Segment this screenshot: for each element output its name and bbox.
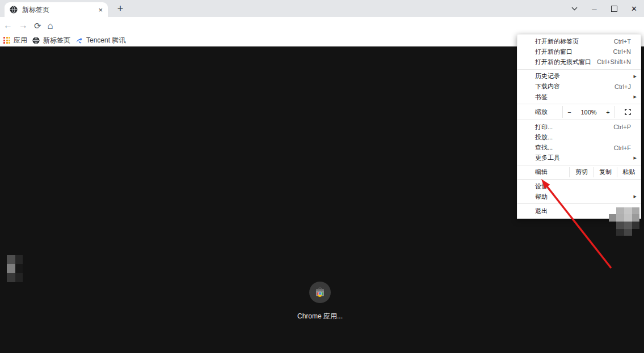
menu-item-label: 投放... bbox=[535, 133, 553, 142]
menu-item-label: 打开新的标签页 bbox=[535, 37, 579, 46]
cut-button[interactable]: 剪切 bbox=[569, 167, 594, 177]
menu-item-settings[interactable]: 设置 bbox=[517, 181, 641, 192]
menu-group: 打开新的标签页 Ctrl+T 打开新的窗口 Ctrl+N 打开新的无痕式窗口 C… bbox=[517, 35, 641, 69]
bookmark-apps-label: 应用 bbox=[14, 36, 27, 45]
chrome-apps-shortcut[interactable]: Chrome 应用... bbox=[286, 282, 354, 321]
home-icon[interactable]: ⌂ bbox=[48, 21, 53, 31]
menu-group: 打印... Ctrl+P 投放... 查找... Ctrl+F 更多工具 ▶ bbox=[517, 120, 641, 165]
zoom-level-value: 100% bbox=[580, 109, 596, 116]
menu-item-new-incognito-window[interactable]: 打开新的无痕式窗口 Ctrl+Shift+N bbox=[517, 57, 641, 67]
menu-item-label: 更多工具 bbox=[535, 154, 560, 162]
bookmark-newtab-label: 新标签页 bbox=[43, 36, 70, 45]
menu-item-shortcut: Ctrl+N bbox=[613, 48, 631, 55]
maximize-icon bbox=[611, 6, 617, 12]
tab-new-tab[interactable]: 新标签页 × bbox=[5, 2, 108, 17]
menu-item-label: 打开新的窗口 bbox=[535, 48, 573, 56]
menu-item-help[interactable]: 帮助 ▶ bbox=[517, 192, 641, 202]
menu-item-label: 书签 bbox=[535, 93, 548, 101]
paste-button[interactable]: 粘贴 bbox=[617, 167, 641, 177]
bookmark-apps[interactable]: 应用 bbox=[3, 36, 27, 45]
chrome-menu: 打开新的标签页 Ctrl+T 打开新的窗口 Ctrl+N 打开新的无痕式窗口 C… bbox=[517, 34, 641, 219]
tab-search-chevron-icon[interactable] bbox=[565, 0, 584, 17]
webstore-circle bbox=[309, 282, 331, 303]
nav-buttons: ← → ⟳ ⌂ bbox=[3, 17, 53, 34]
copy-button[interactable]: 复制 bbox=[594, 167, 617, 177]
chrome-apps-label: Chrome 应用... bbox=[286, 312, 354, 321]
zoom-in-button[interactable]: + bbox=[606, 109, 609, 116]
new-tab-favicon-icon bbox=[10, 6, 18, 14]
tab-close-icon[interactable]: × bbox=[98, 6, 103, 14]
menu-item-more-tools[interactable]: 更多工具 ▶ bbox=[517, 153, 641, 163]
window-controls: – ✕ bbox=[565, 0, 644, 17]
menu-item-shortcut: Ctrl+Shift+N bbox=[597, 58, 631, 65]
menu-item-shortcut: Ctrl+F bbox=[614, 144, 631, 151]
menu-item-label: 退出 bbox=[535, 207, 548, 215]
menu-group-edit: 编辑 剪切 复制 粘贴 bbox=[517, 165, 641, 179]
menu-group-zoom: 缩放 − 100% + bbox=[517, 104, 641, 120]
zoom-label: 缩放 bbox=[535, 106, 562, 118]
menu-item-label: 历史记录 bbox=[535, 72, 560, 80]
apps-grid-icon bbox=[3, 37, 10, 44]
submenu-arrow-icon: ▶ bbox=[634, 74, 637, 79]
menu-group: 历史记录 ▶ 下载内容 Ctrl+J 书签 ▶ bbox=[517, 69, 641, 104]
menu-item-find[interactable]: 查找... Ctrl+F bbox=[517, 143, 641, 153]
tab-strip: 新标签页 × + – ✕ bbox=[0, 0, 644, 17]
menu-item-label: 帮助 bbox=[535, 193, 548, 201]
fullscreen-icon bbox=[625, 109, 631, 115]
menu-item-zoom: 缩放 − 100% + bbox=[517, 106, 641, 118]
menu-item-new-window[interactable]: 打开新的窗口 Ctrl+N bbox=[517, 46, 641, 57]
window-close-button[interactable]: ✕ bbox=[624, 0, 644, 17]
bookmark-tencent[interactable]: Tencent 腾讯 bbox=[75, 36, 125, 45]
menu-item-label: 设置 bbox=[535, 182, 548, 191]
bookmark-tencent-label: Tencent 腾讯 bbox=[86, 36, 125, 45]
menu-item-label: 查找... bbox=[535, 143, 553, 152]
menu-item-edit: 编辑 剪切 复制 粘贴 bbox=[517, 167, 641, 177]
fullscreen-button[interactable] bbox=[615, 106, 641, 118]
menu-item-downloads[interactable]: 下载内容 Ctrl+J bbox=[517, 82, 641, 92]
submenu-arrow-icon: ▶ bbox=[634, 156, 637, 160]
tab-title: 新标签页 bbox=[22, 5, 94, 15]
submenu-arrow-icon: ▶ bbox=[634, 95, 637, 99]
censored-region-left bbox=[7, 255, 23, 282]
toolbar: ← → ⟳ ⌂ ★ bbox=[0, 17, 644, 34]
webstore-bag-icon bbox=[314, 287, 326, 298]
forward-icon[interactable]: → bbox=[19, 21, 28, 30]
zoom-controls: − 100% + bbox=[562, 106, 615, 118]
bookmark-newtab[interactable]: 新标签页 bbox=[32, 36, 70, 45]
globe-icon bbox=[32, 37, 40, 44]
menu-item-label: 打印... bbox=[535, 123, 553, 131]
submenu-arrow-icon: ▶ bbox=[634, 194, 637, 199]
censored-region-right bbox=[609, 207, 639, 236]
menu-item-print[interactable]: 打印... Ctrl+P bbox=[517, 122, 641, 132]
menu-group: 设置 帮助 ▶ bbox=[517, 179, 641, 203]
menu-item-label: 下载内容 bbox=[535, 82, 560, 91]
menu-item-shortcut: Ctrl+J bbox=[614, 83, 631, 90]
menu-item-label: 打开新的无痕式窗口 bbox=[535, 58, 591, 66]
browser-window: 新标签页 × + – ✕ ← → ⟳ ⌂ bbox=[0, 0, 644, 353]
menu-item-cast[interactable]: 投放... bbox=[517, 132, 641, 142]
menu-item-shortcut: Ctrl+P bbox=[613, 124, 631, 130]
menu-item-new-tab[interactable]: 打开新的标签页 Ctrl+T bbox=[517, 36, 641, 46]
maximize-button[interactable] bbox=[604, 0, 624, 17]
menu-item-bookmarks[interactable]: 书签 ▶ bbox=[517, 92, 641, 102]
minimize-button[interactable]: – bbox=[584, 0, 604, 17]
new-tab-button[interactable]: + bbox=[113, 1, 128, 16]
edit-label: 编辑 bbox=[535, 167, 569, 177]
tencent-icon bbox=[75, 37, 83, 44]
menu-item-history[interactable]: 历史记录 ▶ bbox=[517, 71, 641, 82]
zoom-out-button[interactable]: − bbox=[567, 109, 571, 116]
menu-item-shortcut: Ctrl+T bbox=[614, 38, 631, 45]
reload-icon[interactable]: ⟳ bbox=[34, 22, 41, 30]
back-icon[interactable]: ← bbox=[3, 21, 12, 30]
